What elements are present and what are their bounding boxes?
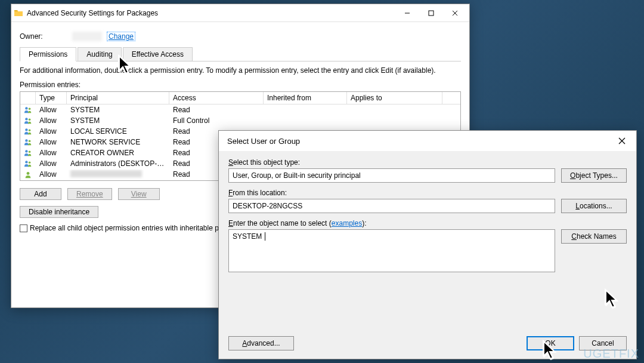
tab-permissions[interactable]: Permissions bbox=[20, 47, 76, 61]
object-name-label: Enter the object name to select (example… bbox=[228, 219, 627, 227]
svg-point-7 bbox=[29, 119, 31, 121]
cell-type: Allow bbox=[36, 116, 67, 125]
table-row[interactable]: AllowSYSTEMFull Control bbox=[20, 115, 460, 126]
principal-icon bbox=[20, 116, 36, 125]
cell-principal: CREATOR OWNER bbox=[67, 148, 169, 158]
svg-point-16 bbox=[27, 171, 30, 174]
cell-applies bbox=[347, 105, 442, 115]
svg-rect-1 bbox=[429, 11, 434, 16]
locations-button[interactable]: Locations... bbox=[561, 199, 627, 213]
owner-value bbox=[72, 32, 102, 41]
cell-principal bbox=[67, 170, 169, 180]
remove-button[interactable]: Remove bbox=[67, 188, 112, 200]
cell-inherited bbox=[264, 105, 347, 115]
principal-icon bbox=[20, 170, 36, 180]
cell-applies bbox=[347, 116, 442, 125]
tab-effective-access[interactable]: Effective Access bbox=[123, 47, 193, 61]
cell-type: Allow bbox=[36, 148, 67, 158]
window-title: Advanced Security Settings for Packages bbox=[27, 9, 395, 17]
svg-point-15 bbox=[29, 162, 31, 164]
tab-auditing[interactable]: Auditing bbox=[78, 47, 121, 61]
principal-icon bbox=[20, 127, 36, 136]
col-inherited[interactable]: Inherited from bbox=[264, 92, 347, 104]
advanced-button[interactable]: Advanced... bbox=[228, 336, 294, 350]
change-owner-link[interactable]: Change bbox=[107, 32, 135, 41]
cell-type: Allow bbox=[36, 105, 67, 115]
svg-point-12 bbox=[25, 150, 27, 152]
minimize-button[interactable] bbox=[395, 5, 419, 21]
svg-point-10 bbox=[25, 139, 27, 141]
cell-principal: SYSTEM bbox=[67, 116, 169, 125]
svg-point-9 bbox=[29, 130, 31, 132]
table-row[interactable]: AllowSYSTEMRead bbox=[20, 104, 460, 115]
col-principal[interactable]: Principal bbox=[67, 92, 169, 104]
dialog-titlebar: Select User or Group bbox=[219, 131, 636, 151]
cell-type: Allow bbox=[36, 170, 67, 180]
cell-principal: NETWORK SERVICE bbox=[67, 137, 169, 147]
svg-point-11 bbox=[29, 140, 31, 143]
dialog-close-button[interactable] bbox=[610, 133, 634, 149]
svg-point-5 bbox=[29, 108, 31, 110]
object-type-field: User, Group, or Built-in security princi… bbox=[228, 168, 555, 183]
examples-link[interactable]: examples bbox=[332, 219, 362, 227]
ok-button[interactable]: OK bbox=[527, 336, 574, 350]
svg-point-4 bbox=[25, 107, 27, 109]
replace-checkbox[interactable] bbox=[20, 224, 27, 232]
principal-icon bbox=[20, 159, 36, 168]
check-names-button[interactable]: Check Names bbox=[561, 229, 627, 244]
cell-type: Allow bbox=[36, 127, 67, 136]
cell-inherited bbox=[264, 116, 347, 125]
view-button[interactable]: View bbox=[118, 188, 160, 200]
svg-point-14 bbox=[25, 161, 27, 163]
cell-principal: LOCAL SERVICE bbox=[67, 127, 169, 136]
titlebar: Advanced Security Settings for Packages bbox=[11, 4, 469, 22]
object-types-button[interactable]: Object Types... bbox=[561, 168, 627, 183]
cell-principal: SYSTEM bbox=[67, 105, 169, 115]
cell-access: Full Control bbox=[169, 116, 264, 125]
cell-type: Allow bbox=[36, 137, 67, 147]
maximize-button[interactable] bbox=[419, 5, 443, 21]
select-user-dialog: Select User or Group Select this object … bbox=[218, 130, 637, 359]
cell-principal: Administrators (DESKTOP-28... bbox=[67, 159, 169, 168]
object-type-label: Select this object type: bbox=[228, 158, 627, 167]
principal-icon bbox=[20, 137, 36, 147]
principal-icon bbox=[20, 105, 36, 115]
col-type[interactable]: Type bbox=[36, 92, 67, 104]
owner-label: Owner: bbox=[20, 32, 67, 41]
close-button[interactable] bbox=[443, 5, 467, 21]
svg-point-8 bbox=[25, 128, 27, 131]
col-access[interactable]: Access bbox=[169, 92, 264, 104]
cell-type: Allow bbox=[36, 159, 67, 168]
cell-access: Read bbox=[169, 105, 264, 115]
disable-inheritance-button[interactable]: Disable inheritance bbox=[20, 206, 98, 218]
location-field: DESKTOP-28NGCSS bbox=[228, 199, 555, 213]
add-button[interactable]: Add bbox=[20, 188, 61, 200]
table-header: Type Principal Access Inherited from App… bbox=[20, 92, 460, 104]
instructions-text: For additional information, double-click… bbox=[20, 66, 461, 75]
principal-icon bbox=[20, 148, 36, 158]
svg-point-6 bbox=[25, 118, 27, 120]
tabs: Permissions Auditing Effective Access bbox=[20, 47, 461, 61]
col-applies[interactable]: Applies to bbox=[347, 92, 442, 104]
object-name-input[interactable]: SYSTEM bbox=[228, 229, 555, 272]
entries-label: Permission entries: bbox=[20, 81, 461, 89]
location-label: From this location: bbox=[228, 189, 627, 197]
svg-point-13 bbox=[29, 151, 31, 153]
dialog-title: Select User or Group bbox=[221, 137, 610, 146]
watermark: UGETFIX bbox=[583, 347, 639, 361]
folder-icon bbox=[14, 8, 23, 18]
